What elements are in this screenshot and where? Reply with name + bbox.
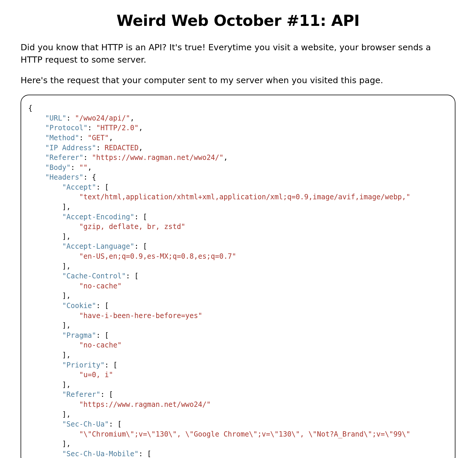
intro-paragraph-2: Here's the request that your computer se… bbox=[21, 74, 455, 86]
page-title: Weird Web October #11: API bbox=[21, 12, 455, 29]
intro-paragraph-1: Did you know that HTTP is an API? It's t… bbox=[21, 41, 455, 66]
http-request-json-block: { "URL": "/wwo24/api/", "Protocol": "HTT… bbox=[21, 95, 455, 458]
